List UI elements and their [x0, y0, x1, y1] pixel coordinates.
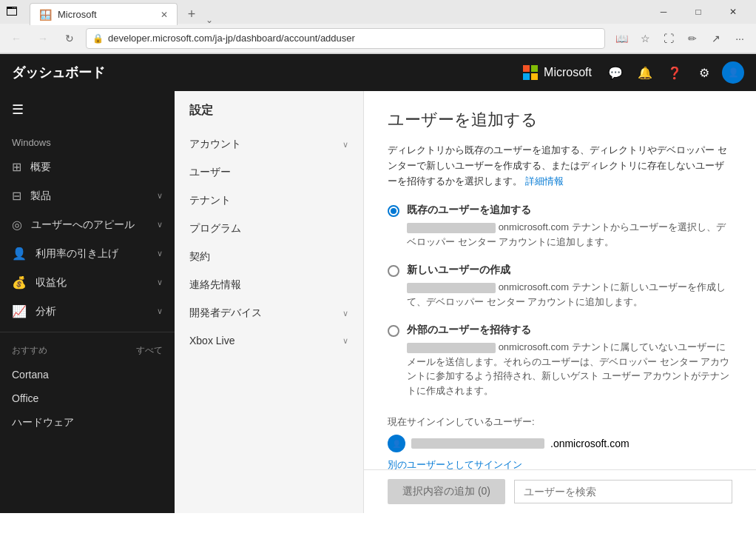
sidebar-item-engagement[interactable]: 👤 利用率の引き上げ ∨ — [0, 239, 175, 268]
close-button[interactable]: ✕ — [716, 0, 750, 24]
ms-logo: Microsoft — [523, 65, 592, 80]
hamburger-menu-icon[interactable]: ☰ — [0, 91, 175, 128]
radio-option-external[interactable]: 外部のユーザーを招待する onmicrosoft.com テナントに属していない… — [388, 324, 732, 398]
reader-view-icon[interactable]: 📖 — [611, 28, 632, 49]
chevron-icon-devdevices: ∨ — [342, 309, 348, 318]
sidebar-item-label-analytics: 分析 — [36, 305, 56, 318]
current-user-row: 👤 .onmicrosoft.com 別のユーザーとしてサインイン — [388, 435, 732, 469]
refresh-button[interactable]: ↻ — [59, 28, 80, 49]
sidebar-item-appeal[interactable]: ◎ ユーザーへのアピール ∨ — [0, 210, 175, 239]
current-user-section: 現在サインインしているユーザー: 👤 .onmicrosoft.com 別のユー… — [388, 415, 732, 469]
url-box[interactable]: 🔒 developer.microsoft.com/ja-jp/dashboar… — [86, 28, 605, 49]
radio-desc-external: onmicrosoft.com テナントに属していないユーザーにメールを送信しま… — [407, 340, 732, 398]
address-bar: ← → ↻ 🔒 developer.microsoft.com/ja-jp/da… — [0, 24, 756, 53]
blurred-email-3 — [407, 343, 496, 353]
sidebar-item-label-engagement: 利用率の引き上げ — [36, 247, 118, 261]
midnav-item-devdevices[interactable]: 開発者デバイス ∨ — [175, 299, 363, 327]
tab-bar: 🪟 Microsoft ✕ + ⌄ — [24, 0, 641, 25]
minimize-button[interactable]: ─ — [647, 0, 681, 24]
tab-favicon: 🪟 — [39, 9, 52, 21]
help-icon[interactable]: ❓ — [663, 61, 686, 84]
blurred-email-1 — [407, 223, 496, 233]
signin-as-other-link[interactable]: 別のユーザーとしてサインイン — [388, 458, 522, 469]
sidebar-item-monetize[interactable]: 💰 収益化 ∨ — [0, 268, 175, 297]
tab-close-button[interactable]: ✕ — [161, 10, 168, 20]
radio-dot-existing — [391, 208, 396, 214]
active-tab[interactable]: 🪟 Microsoft ✕ — [30, 3, 178, 25]
mid-nav-title: 設定 — [175, 103, 363, 130]
engagement-icon: 👤 — [12, 247, 27, 261]
new-tab-button[interactable]: + — [180, 3, 203, 25]
sidebar-item-cortana[interactable]: Cortana — [0, 363, 175, 386]
radio-content-new: 新しいユーザーの作成 onmicrosoft.com テナントに新しいユーザーを… — [407, 264, 732, 309]
midnav-label-devdevices: 開発者デバイス — [189, 307, 262, 320]
maximize-button[interactable]: □ — [681, 0, 715, 24]
tools-icon[interactable]: ⛶ — [658, 28, 679, 49]
search-user-input[interactable] — [514, 480, 732, 503]
radio-circle-external[interactable] — [388, 325, 399, 337]
forward-button[interactable]: → — [33, 28, 53, 49]
radio-content-existing: 既存のユーザーを追加する onmicrosoft.com テナントからユーザーを… — [407, 204, 732, 249]
content-description: ディレクトリから既存のユーザーを追加する、ディレクトリやデベロッパー センターで… — [388, 143, 732, 189]
chevron-icon-xboxlive: ∨ — [342, 336, 348, 346]
favorites-icon[interactable]: ☆ — [635, 28, 655, 49]
midnav-item-program[interactable]: プログラム — [175, 215, 363, 243]
settings-icon[interactable]: ⚙ — [692, 61, 716, 84]
sidebar-item-products[interactable]: ⊟ 製品 ∨ — [0, 181, 175, 210]
radio-circle-new[interactable] — [388, 265, 399, 277]
chevron-down-icon-4: ∨ — [157, 278, 163, 287]
midnav-label-account: アカウント — [189, 138, 241, 151]
message-icon[interactable]: 💬 — [604, 61, 627, 84]
page-title: ユーザーを追加する — [388, 109, 732, 131]
radio-circle-existing[interactable] — [388, 205, 399, 217]
analytics-icon: 📈 — [12, 304, 27, 318]
midnav-item-contact[interactable]: 連絡先情報 — [175, 271, 363, 299]
sidebar-item-label-monetize: 収益化 — [36, 276, 67, 289]
sidebar-item-analytics[interactable]: 📈 分析 ∨ — [0, 297, 175, 326]
notes-icon[interactable]: ✏ — [682, 28, 703, 49]
midnav-item-users[interactable]: ユーザー — [175, 158, 363, 187]
overview-icon: ⊞ — [12, 160, 21, 174]
blurred-user-email — [411, 438, 544, 449]
notification-icon[interactable]: 🔔 — [633, 61, 657, 84]
user-email-domain: .onmicrosoft.com — [550, 438, 630, 449]
sidebar-item-hardware[interactable]: ハードウェア — [0, 410, 175, 435]
ms-sq-red — [523, 65, 530, 72]
recommend-all-link[interactable]: すべて — [136, 344, 163, 357]
midnav-label-contact: 連絡先情報 — [189, 278, 241, 292]
radio-label-external: 外部のユーザーを招待する — [407, 324, 732, 337]
chevron-down-icon: ∨ — [157, 191, 163, 201]
midnav-item-account[interactable]: アカウント ∨ — [175, 130, 363, 158]
tab-menu-button[interactable]: ⌄ — [206, 15, 213, 25]
midnav-item-contract[interactable]: 契約 — [175, 243, 363, 271]
midnav-label-contract: 契約 — [189, 250, 210, 264]
topbar-icons: 💬 🔔 ❓ ⚙ 👤 — [604, 61, 744, 84]
radio-label-existing: 既存のユーザーを追加する — [407, 204, 732, 217]
title-bar: 🗔 🪟 Microsoft ✕ + ⌄ ─ □ ✕ — [0, 0, 756, 24]
radio-option-existing[interactable]: 既存のユーザーを追加する onmicrosoft.com テナントからユーザーを… — [388, 204, 732, 249]
chevron-icon-account: ∨ — [342, 140, 348, 150]
more-icon[interactable]: ··· — [729, 28, 750, 49]
midnav-label-xboxlive: Xbox Live — [189, 335, 234, 346]
user-avatar[interactable]: 👤 — [722, 61, 744, 84]
sidebar-item-label-products: 製品 — [30, 190, 51, 203]
appeal-icon: ◎ — [12, 218, 22, 232]
title-bar-left: 🗔 — [6, 5, 18, 19]
add-selection-button[interactable]: 選択内容の追加 (0) — [388, 479, 505, 504]
sidebar-item-label-appeal: ユーザーへのアピール — [31, 218, 135, 232]
ms-squares-icon — [523, 65, 538, 80]
radio-option-new[interactable]: 新しいユーザーの作成 onmicrosoft.com テナントに新しいユーザーを… — [388, 264, 732, 309]
back-button[interactable]: ← — [6, 28, 27, 49]
midnav-label-program: プログラム — [189, 222, 241, 235]
sidebar-item-overview[interactable]: ⊞ 概要 — [0, 153, 175, 181]
radio-desc-existing: onmicrosoft.com テナントからユーザーを選択し、デベロッパー セン… — [407, 220, 732, 249]
sidebar: ☰ Windows ⊞ 概要 ⊟ 製品 ∨ ◎ ユーザーへのアピール ∨ 👤 利… — [0, 91, 175, 513]
app-container: ダッシュボード Microsoft 💬 🔔 ❓ ⚙ 👤 ☰ Windows ⊞ — [0, 54, 756, 513]
share-icon[interactable]: ↗ — [706, 28, 726, 49]
midnav-item-tenant[interactable]: テナント — [175, 187, 363, 215]
sidebar-item-office[interactable]: Office — [0, 386, 175, 410]
content-wrapper: ユーザーを追加する ディレクトリから既存のユーザーを追加する、ディレクトリやデベ… — [364, 91, 756, 513]
recommend-label: おすすめ — [12, 344, 47, 357]
detail-link[interactable]: 詳細情報 — [525, 175, 564, 187]
midnav-item-xboxlive[interactable]: Xbox Live ∨ — [175, 327, 363, 354]
